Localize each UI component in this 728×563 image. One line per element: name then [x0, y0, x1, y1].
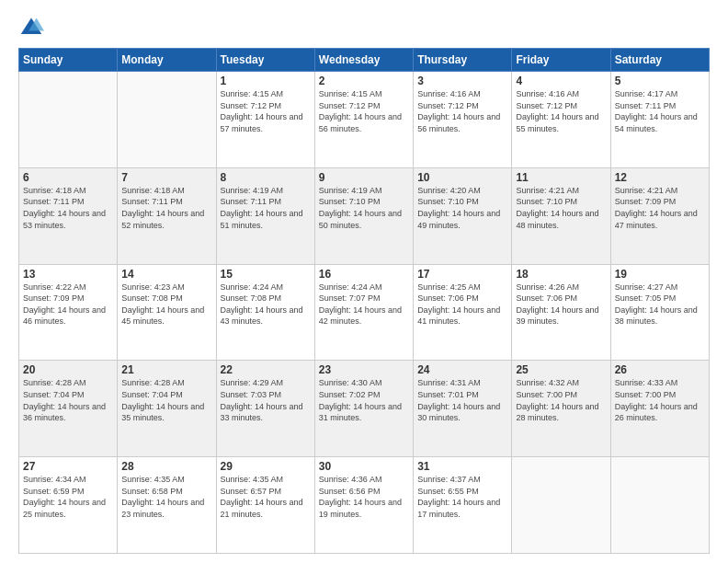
calendar-cell: 30Sunrise: 4:36 AM Sunset: 6:56 PM Dayli… — [314, 457, 413, 554]
header-row: SundayMondayTuesdayWednesdayThursdayFrid… — [19, 49, 710, 72]
column-header-monday: Monday — [118, 49, 216, 72]
day-info: Sunrise: 4:26 AM Sunset: 7:06 PM Dayligh… — [516, 282, 606, 327]
logo-icon — [18, 15, 44, 40]
day-number: 20 — [23, 363, 113, 376]
day-number: 15 — [221, 268, 311, 281]
day-info: Sunrise: 4:17 AM Sunset: 7:11 PM Dayligh… — [615, 88, 705, 134]
day-info: Sunrise: 4:24 AM Sunset: 7:08 PM Dayligh… — [221, 282, 311, 327]
day-number: 19 — [615, 268, 705, 281]
day-number: 3 — [417, 75, 507, 87]
day-info: Sunrise: 4:35 AM Sunset: 6:58 PM Dayligh… — [121, 474, 211, 520]
week-row-5: 27Sunrise: 4:34 AM Sunset: 6:59 PM Dayli… — [19, 457, 710, 554]
calendar-cell: 6Sunrise: 4:18 AM Sunset: 7:11 PM Daylig… — [19, 167, 118, 264]
calendar-cell: 20Sunrise: 4:28 AM Sunset: 7:04 PM Dayli… — [19, 361, 118, 457]
day-info: Sunrise: 4:28 AM Sunset: 7:04 PM Dayligh… — [121, 377, 211, 423]
calendar-cell — [19, 72, 118, 168]
calendar-cell: 26Sunrise: 4:33 AM Sunset: 7:00 PM Dayli… — [610, 361, 709, 457]
calendar-cell: 22Sunrise: 4:29 AM Sunset: 7:03 PM Dayli… — [216, 361, 314, 457]
day-info: Sunrise: 4:32 AM Sunset: 7:00 PM Dayligh… — [516, 377, 606, 423]
day-number: 23 — [319, 363, 409, 376]
day-number: 17 — [417, 268, 507, 281]
calendar-cell: 8Sunrise: 4:19 AM Sunset: 7:11 PM Daylig… — [216, 167, 314, 264]
day-info: Sunrise: 4:37 AM Sunset: 6:55 PM Dayligh… — [417, 474, 507, 520]
calendar-cell: 21Sunrise: 4:28 AM Sunset: 7:04 PM Dayli… — [118, 361, 216, 457]
day-number: 8 — [221, 171, 311, 184]
week-row-1: 1Sunrise: 4:15 AM Sunset: 7:12 PM Daylig… — [19, 72, 710, 168]
day-info: Sunrise: 4:28 AM Sunset: 7:04 PM Dayligh… — [23, 377, 113, 423]
calendar-cell: 23Sunrise: 4:30 AM Sunset: 7:02 PM Dayli… — [314, 361, 413, 457]
calendar-cell: 9Sunrise: 4:19 AM Sunset: 7:10 PM Daylig… — [314, 167, 413, 264]
day-info: Sunrise: 4:31 AM Sunset: 7:01 PM Dayligh… — [417, 377, 507, 423]
day-info: Sunrise: 4:33 AM Sunset: 7:00 PM Dayligh… — [615, 377, 705, 423]
column-header-saturday: Saturday — [610, 49, 709, 72]
day-number: 7 — [121, 171, 211, 184]
day-info: Sunrise: 4:22 AM Sunset: 7:09 PM Dayligh… — [23, 282, 113, 327]
day-number: 13 — [23, 268, 113, 281]
calendar-cell: 18Sunrise: 4:26 AM Sunset: 7:06 PM Dayli… — [512, 264, 610, 361]
day-info: Sunrise: 4:19 AM Sunset: 7:11 PM Dayligh… — [221, 185, 311, 231]
calendar-cell: 4Sunrise: 4:16 AM Sunset: 7:12 PM Daylig… — [512, 72, 610, 168]
logo — [18, 15, 48, 40]
day-number: 24 — [417, 363, 507, 376]
calendar-cell: 27Sunrise: 4:34 AM Sunset: 6:59 PM Dayli… — [19, 457, 118, 554]
week-row-4: 20Sunrise: 4:28 AM Sunset: 7:04 PM Dayli… — [19, 361, 710, 457]
day-info: Sunrise: 4:25 AM Sunset: 7:06 PM Dayligh… — [417, 282, 507, 327]
day-info: Sunrise: 4:15 AM Sunset: 7:12 PM Dayligh… — [221, 88, 311, 134]
page: SundayMondayTuesdayWednesdayThursdayFrid… — [0, 0, 728, 563]
day-number: 28 — [121, 460, 211, 473]
day-number: 12 — [615, 171, 705, 184]
day-number: 18 — [516, 268, 606, 281]
column-header-tuesday: Tuesday — [216, 49, 314, 72]
calendar-cell: 14Sunrise: 4:23 AM Sunset: 7:08 PM Dayli… — [118, 264, 216, 361]
day-info: Sunrise: 4:21 AM Sunset: 7:10 PM Dayligh… — [516, 185, 606, 231]
day-number: 26 — [615, 363, 705, 376]
calendar-cell: 7Sunrise: 4:18 AM Sunset: 7:11 PM Daylig… — [118, 167, 216, 264]
day-number: 5 — [615, 75, 705, 87]
week-row-2: 6Sunrise: 4:18 AM Sunset: 7:11 PM Daylig… — [19, 167, 710, 264]
day-number: 30 — [319, 460, 409, 473]
day-info: Sunrise: 4:16 AM Sunset: 7:12 PM Dayligh… — [516, 88, 606, 134]
column-header-wednesday: Wednesday — [314, 49, 413, 72]
calendar-cell: 2Sunrise: 4:15 AM Sunset: 7:12 PM Daylig… — [314, 72, 413, 168]
calendar-cell: 13Sunrise: 4:22 AM Sunset: 7:09 PM Dayli… — [19, 264, 118, 361]
calendar-table: SundayMondayTuesdayWednesdayThursdayFrid… — [18, 48, 710, 554]
calendar-cell: 5Sunrise: 4:17 AM Sunset: 7:11 PM Daylig… — [610, 72, 709, 168]
day-number: 6 — [23, 171, 113, 184]
day-number: 22 — [221, 363, 311, 376]
calendar-cell: 10Sunrise: 4:20 AM Sunset: 7:10 PM Dayli… — [414, 167, 512, 264]
calendar-cell: 11Sunrise: 4:21 AM Sunset: 7:10 PM Dayli… — [512, 167, 610, 264]
day-info: Sunrise: 4:29 AM Sunset: 7:03 PM Dayligh… — [221, 377, 311, 423]
day-info: Sunrise: 4:16 AM Sunset: 7:12 PM Dayligh… — [417, 88, 507, 134]
calendar-cell: 24Sunrise: 4:31 AM Sunset: 7:01 PM Dayli… — [414, 361, 512, 457]
calendar-cell — [118, 72, 216, 168]
column-header-thursday: Thursday — [414, 49, 512, 72]
day-info: Sunrise: 4:35 AM Sunset: 6:57 PM Dayligh… — [221, 474, 311, 520]
day-number: 1 — [221, 75, 311, 87]
calendar-cell: 19Sunrise: 4:27 AM Sunset: 7:05 PM Dayli… — [610, 264, 709, 361]
day-info: Sunrise: 4:36 AM Sunset: 6:56 PM Dayligh… — [319, 474, 409, 520]
day-number: 31 — [417, 460, 507, 473]
day-info: Sunrise: 4:15 AM Sunset: 7:12 PM Dayligh… — [319, 88, 409, 134]
column-header-friday: Friday — [512, 49, 610, 72]
calendar-cell: 28Sunrise: 4:35 AM Sunset: 6:58 PM Dayli… — [118, 457, 216, 554]
calendar-cell — [512, 457, 610, 554]
calendar-cell: 31Sunrise: 4:37 AM Sunset: 6:55 PM Dayli… — [414, 457, 512, 554]
day-number: 27 — [23, 460, 113, 473]
day-number: 10 — [417, 171, 507, 184]
day-number: 29 — [221, 460, 311, 473]
day-number: 4 — [516, 75, 606, 87]
calendar-cell: 3Sunrise: 4:16 AM Sunset: 7:12 PM Daylig… — [414, 72, 512, 168]
week-row-3: 13Sunrise: 4:22 AM Sunset: 7:09 PM Dayli… — [19, 264, 710, 361]
day-info: Sunrise: 4:19 AM Sunset: 7:10 PM Dayligh… — [319, 185, 409, 231]
day-info: Sunrise: 4:20 AM Sunset: 7:10 PM Dayligh… — [417, 185, 507, 231]
day-info: Sunrise: 4:18 AM Sunset: 7:11 PM Dayligh… — [121, 185, 211, 231]
day-info: Sunrise: 4:23 AM Sunset: 7:08 PM Dayligh… — [121, 282, 211, 327]
day-info: Sunrise: 4:27 AM Sunset: 7:05 PM Dayligh… — [615, 282, 705, 327]
calendar-cell: 25Sunrise: 4:32 AM Sunset: 7:00 PM Dayli… — [512, 361, 610, 457]
day-info: Sunrise: 4:18 AM Sunset: 7:11 PM Dayligh… — [23, 185, 113, 231]
day-number: 21 — [121, 363, 211, 376]
day-info: Sunrise: 4:34 AM Sunset: 6:59 PM Dayligh… — [23, 474, 113, 520]
calendar-cell: 12Sunrise: 4:21 AM Sunset: 7:09 PM Dayli… — [610, 167, 709, 264]
day-number: 2 — [319, 75, 409, 87]
column-header-sunday: Sunday — [19, 49, 118, 72]
